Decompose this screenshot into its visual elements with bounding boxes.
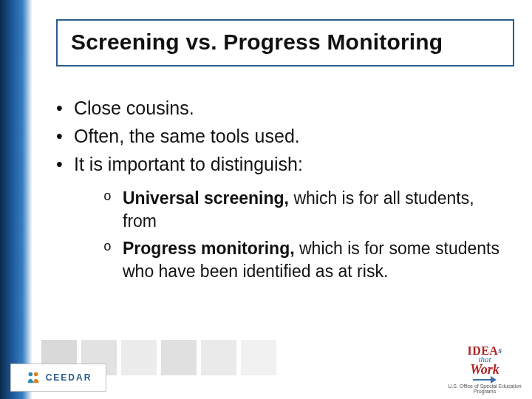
bullet-item: It is important to distinguish: Universa… [52,152,510,284]
ideas-s: s [498,345,502,355]
ideas-that-work-logo: IDEAs that Work U.S. Office of Special E… [448,345,522,395]
slide-title: Screening vs. Progress Monitoring [71,30,499,55]
arrow-icon [473,378,497,382]
slide: Screening vs. Progress Monitoring Close … [0,0,532,399]
square-icon [161,340,197,375]
people-icon [25,369,41,386]
sub-bullet-item: Progress monitoring, which is for some s… [103,237,510,283]
bullet-text: Often, the same tools used. [74,126,300,146]
sub-bullet-bold: Universal screening, [123,188,289,208]
title-box: Screening vs. Progress Monitoring [56,19,514,66]
bullet-item: Close cousins. [52,96,510,121]
content-area: Close cousins. Often, the same tools use… [52,96,510,287]
svg-point-1 [34,372,38,377]
square-icon [241,340,276,375]
bullet-text: Close cousins. [74,98,194,118]
bullet-text: It is important to distinguish: [74,154,303,174]
bullet-list: Close cousins. Often, the same tools use… [52,96,510,283]
sub-bullet-list: Universal screening, which is for all st… [74,187,510,283]
bullet-item: Often, the same tools used. [52,124,510,149]
ceedar-text: CEEDAR [46,372,92,383]
ideas-subtext: U.S. Office of Special Education Program… [448,383,522,395]
square-icon [121,340,157,375]
sub-bullet-item: Universal screening, which is for all st… [103,187,510,233]
square-icon [201,340,236,375]
ideas-line3: Work [448,363,522,376]
svg-point-0 [28,372,33,377]
ceedar-logo: CEEDAR [10,364,106,392]
ceedar-label: CEEDAR [46,372,92,383]
sub-bullet-bold: Progress monitoring, [123,239,295,258]
left-stripe [0,0,33,399]
